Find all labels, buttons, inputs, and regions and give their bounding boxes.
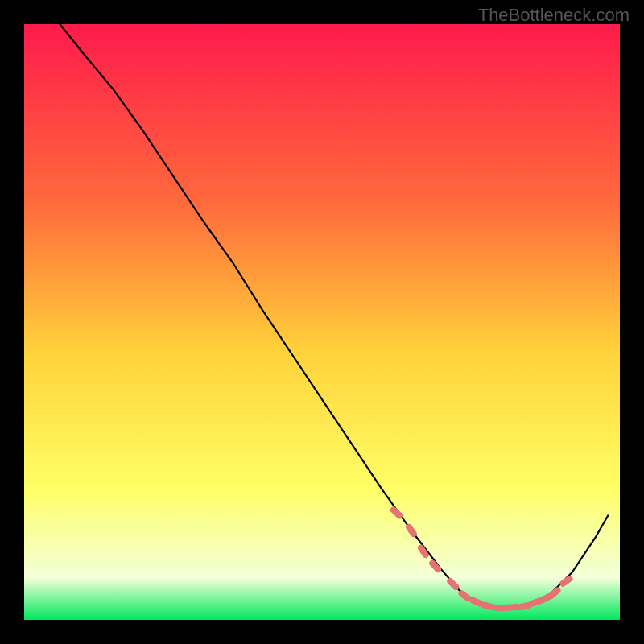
highlight-dot bbox=[485, 605, 493, 607]
watermark-text: TheBottleneck.com bbox=[478, 5, 630, 26]
highlight-dot bbox=[551, 591, 558, 596]
highlight-dot bbox=[473, 601, 481, 604]
chart-container: TheBottleneck.com bbox=[0, 0, 644, 644]
highlight-dot bbox=[462, 593, 469, 598]
highlight-dot bbox=[432, 564, 438, 569]
highlight-dot bbox=[409, 527, 414, 534]
highlight-dot bbox=[394, 510, 399, 515]
highlight-dot bbox=[421, 548, 426, 555]
highlight-dot bbox=[542, 597, 549, 601]
highlight-dot bbox=[521, 605, 529, 607]
highlight-dot bbox=[563, 579, 569, 584]
plot-background bbox=[24, 24, 620, 620]
chart-svg bbox=[0, 0, 644, 644]
highlight-dot bbox=[509, 607, 517, 608]
highlight-dot bbox=[450, 581, 456, 587]
